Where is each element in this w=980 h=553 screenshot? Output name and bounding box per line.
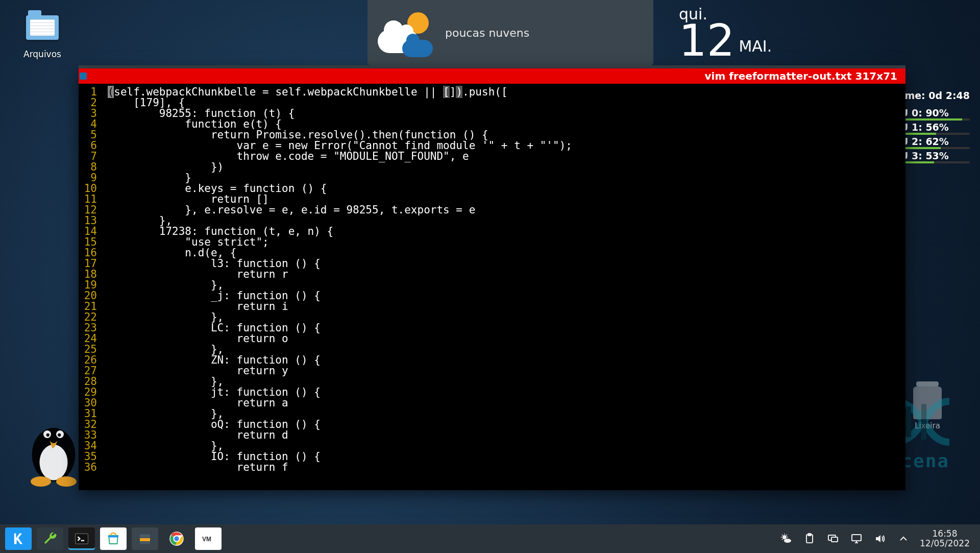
date-widget[interactable]: qui. 12 MAI. [679,5,772,58]
date-day: 12 [679,23,734,58]
svg-rect-18 [108,536,118,538]
taskbar-settings-button[interactable] [37,527,63,550]
terminal-icon [74,531,89,546]
tmux-status-bar: vim freeformatter-out.txt 317x71 [79,68,905,84]
svg-text:VM: VM [202,536,211,543]
clock-date: 12/05/2022 [920,539,970,548]
folder-icon [24,9,61,46]
taskbar-clock[interactable]: 16:58 12/05/2022 [915,529,975,548]
tux-mascot-icon [20,410,87,487]
weather-condition-text: poucas nuvens [445,27,529,39]
taskbar-store-button[interactable] [100,527,127,550]
weather-widget[interactable]: poucas nuvens [368,0,653,65]
wrench-icon [42,531,58,546]
tray-clipboard-icon[interactable] [803,533,816,545]
desktop-icon-files[interactable]: Arquivos [23,9,61,59]
svg-point-4 [46,434,50,437]
svg-point-5 [58,434,61,437]
svg-rect-21 [140,542,150,544]
weather-partly-cloudy-icon [378,7,434,58]
svg-point-6 [31,476,51,487]
tray-weather-icon[interactable] [780,533,792,545]
shopping-bag-icon [106,531,121,546]
terminal-window[interactable]: vim freeformatter-out.txt 317x71 1 (self… [79,68,905,490]
svg-rect-19 [140,534,150,537]
tmux-status-right: vim freeformatter-out.txt 317x71 [705,70,897,82]
taskbar-chrome-button[interactable] [163,527,190,550]
date-month: MAI. [739,37,772,55]
tmux-pane-indicator-icon [80,73,87,80]
app-launcher-button[interactable] [5,527,32,550]
system-tray[interactable] [780,533,910,545]
taskbar-terminal-button[interactable] [68,527,95,550]
svg-rect-20 [140,538,150,541]
svg-point-1 [40,445,68,480]
kde-logo-icon [11,532,26,546]
tray-expand-icon[interactable] [897,533,910,545]
svg-point-27 [782,535,787,539]
svg-point-28 [784,539,791,543]
vm-icon: VM [201,531,216,546]
code-content[interactable]: 1 (self.webpackChunkbelle = self.webpack… [79,87,905,473]
tray-desktop-icon[interactable] [850,533,863,545]
svg-rect-16 [76,534,88,544]
svg-point-7 [56,476,77,487]
terminal-viewport[interactable]: 1 (self.webpackChunkbelle = self.webpack… [79,84,905,490]
desktop-icon-label: Arquivos [23,49,61,59]
svg-rect-32 [831,537,838,542]
clock-time: 16:58 [933,529,958,539]
taskbar-files-button[interactable] [132,527,158,550]
svg-rect-33 [852,535,861,541]
drawer-icon [137,531,153,546]
taskbar[interactable]: VM 16:58 12/05/2022 [0,524,980,553]
tray-volume-icon[interactable] [874,533,886,545]
taskbar-virtmanager-button[interactable]: VM [195,527,222,550]
tray-display-icon[interactable] [827,533,839,545]
svg-rect-30 [808,534,811,536]
chrome-icon [169,531,184,546]
